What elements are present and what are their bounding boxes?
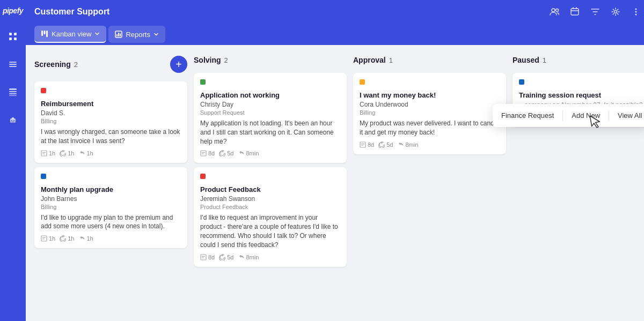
svg-rect-42 [360,142,365,147]
card-monthly-plan-meta: 1h 1h 1h [41,235,181,242]
meta-item: 8min [398,141,419,148]
meta-item: 1h [79,150,93,156]
card-app-not-working-title: Application not working [200,91,340,99]
svg-point-14 [13,120,14,121]
meta-item: 8min [238,150,259,156]
reports-button[interactable]: Reports [108,26,165,43]
card-training-session-title: Training session request [519,91,644,99]
reply-icon [398,141,404,148]
meta-item: 1h [79,235,93,242]
svg-rect-43 [361,144,364,144]
meta-item: 5d [219,150,233,156]
form-icon [41,150,47,156]
svg-rect-38 [202,154,204,154]
dropdown-view-all[interactable]: View All [618,109,642,122]
meta-value: 1h [87,235,93,242]
svg-rect-7 [9,88,17,90]
dropdown-popup: Finance Request Add New View All [493,104,644,127]
card-product-feedback-author: Jeremiah Swanson [200,195,340,203]
column-solving-title: Solving 2 [194,56,228,64]
sidebar: pipefy [0,0,26,321]
card-monthly-plan[interactable]: Monthly plan upgrade John Barnes Billing… [34,167,187,249]
meta-value: 1h [49,235,55,242]
meta-value: 1h [87,150,93,156]
reply-icon [238,254,245,260]
card-product-feedback[interactable]: Product Feedback Jeremiah Swanson Produc… [194,167,347,266]
svg-rect-41 [202,257,204,258]
card-dot-blue [519,79,524,85]
card-money-back-meta: 8d 5d 8min [360,141,500,148]
sidebar-icon-table[interactable] [4,84,21,101]
sidebar-icon-list[interactable] [4,56,21,73]
column-screening: Screening 2 + Reimbursement David S. Bil… [34,54,187,312]
card-reimbursement[interactable]: Reimbursement David S. Billing I was wro… [34,81,187,163]
svg-rect-5 [9,64,17,65]
meta-item: 1h [60,150,74,156]
dropdown-finance-request[interactable]: Finance Request [501,109,554,122]
meta-value: 8min [246,150,259,156]
column-paused-title: Paused 1 [513,56,546,64]
svg-rect-27 [116,34,118,36]
card-app-not-working[interactable]: Application not working Christy Day Supp… [194,73,347,163]
card-money-back[interactable]: I want my money back! Cora Underwood Bil… [353,73,506,154]
dropdown-add-new[interactable]: Add New [572,109,600,122]
kanban-view-button[interactable]: Kanban view [34,26,106,43]
svg-rect-9 [9,93,17,94]
share-action-icon[interactable] [567,4,583,20]
svg-rect-25 [46,31,48,37]
meta-value: 8d [368,141,374,148]
logo[interactable]: pipefy [3,6,23,15]
meta-value: 1h [68,235,74,242]
meta-item: 8d [200,254,215,260]
column-solving: Solving 2 Application not working Christ… [194,54,347,312]
sidebar-icon-bot[interactable] [4,111,21,129]
meta-value: 1h [49,150,55,156]
card-monthly-plan-title: Monthly plan upgrade [41,185,181,193]
svg-rect-34 [42,237,46,238]
card-reimbursement-desc: I was wrongly charged, can someone take … [41,128,181,146]
more-action-icon[interactable] [628,4,644,20]
users-action-icon[interactable] [546,4,562,20]
reports-icon [115,31,122,38]
meta-value: 1h [68,150,74,156]
card-dot-yellow [360,79,365,85]
column-paused-count: 1 [543,56,546,64]
meta-value: 8d [208,254,215,260]
meta-value: 8d [208,150,215,156]
filter-action-icon[interactable] [587,4,603,20]
sidebar-icon-grid[interactable] [4,28,21,45]
page-title: Customer Support [34,7,109,17]
svg-rect-6 [9,66,17,67]
column-approval-header: Approval 1 [353,54,506,69]
svg-rect-0 [9,33,12,35]
card-product-feedback-meta: 8d 5d 8min [200,254,340,260]
reply-icon [79,150,85,156]
svg-point-17 [556,9,559,12]
settings-action-icon[interactable] [608,4,624,20]
add-card-screening-button[interactable]: + [170,56,187,73]
kanban-chevron-icon [94,31,100,36]
svg-rect-37 [202,152,205,153]
card-dot-green [200,79,206,85]
svg-rect-2 [9,38,12,40]
svg-rect-39 [201,255,206,260]
svg-rect-36 [201,151,206,156]
svg-point-13 [11,120,12,121]
card-app-not-working-meta: 8d 5d 8min [200,150,340,156]
svg-point-20 [635,9,637,10]
meta-item: 1h [41,235,55,242]
svg-rect-15 [11,122,14,122]
svg-rect-24 [44,31,46,34]
svg-rect-30 [41,151,47,156]
svg-rect-8 [9,91,17,92]
svg-rect-40 [202,256,205,257]
card-app-not-working-desc: My application is not loading. It's been… [200,119,340,146]
card-app-not-working-label: Support Request [200,109,340,116]
column-screening-header: Screening 2 + [34,54,187,77]
meta-item: 1h [60,235,74,242]
column-solving-header: Solving 2 [194,54,347,69]
svg-rect-32 [42,153,45,154]
card-dot-red [41,88,46,93]
card-reimbursement-meta: 1h 1h 1h [41,150,181,156]
card-reimbursement-title: Reimbursement [41,100,181,108]
